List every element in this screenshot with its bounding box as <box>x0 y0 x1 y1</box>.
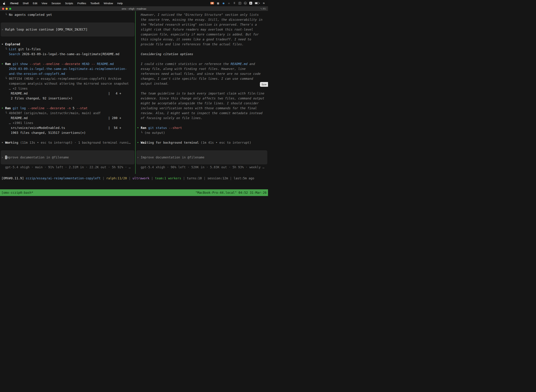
terminal-line: slight risk that future readers may over… <box>136 27 268 32</box>
menu-edit[interactable]: Edit <box>33 2 37 5</box>
text-segment: [OMX#0.11.9] <box>1 177 26 180</box>
blank-line <box>0 56 135 61</box>
screen-recording-indicator[interactable] <box>210 2 214 5</box>
terminal-line: … +2 lines <box>0 86 135 91</box>
window-titlebar[interactable]: omx --xhigh --madmax ⌥⌘1 <box>0 6 268 11</box>
text-segment: Ralph loop active continue [OMX_TMUX_INJ… <box>5 28 88 31</box>
blank-line <box>136 135 268 140</box>
text-segment: and <box>247 62 255 66</box>
text-segment: of focusing solely on file lines. <box>137 116 203 120</box>
text-segment: Wor <box>5 141 11 144</box>
apple-icon[interactable] <box>3 2 6 5</box>
wifi-icon[interactable]: ≋ <box>262 2 265 5</box>
text-segment: evidence. Since this change only affects… <box>137 97 264 100</box>
text-segment <box>146 126 148 130</box>
screen-overlay-tab[interactable]: Scre <box>260 82 268 87</box>
menu-profiles[interactable]: Profiles <box>77 2 86 5</box>
terminal-line: I could cite commit statistics or refere… <box>136 61 268 66</box>
terminal-line: • Ran git log --oneline --decorate -n 5 … <box>0 106 135 111</box>
app-launcher-grid-icon[interactable]: ⠿ <box>233 2 236 5</box>
terminal-pane-right[interactable]: However, I noticed the "Directory Struct… <box>136 11 268 174</box>
text-segment: references need actual files, and since … <box>137 72 261 75</box>
text-segment: -- <box>91 62 97 66</box>
terminal-line: • Working (11m 13s • esc to interrupt) ·… <box>0 140 135 145</box>
text-segment: --short <box>169 126 182 130</box>
blank-line <box>136 86 268 91</box>
prompt-input-line: › Improve documentation in @filename <box>1 155 69 160</box>
text-segment: src/voice/voiceModeEnabled.ts | 54 + <box>1 126 121 130</box>
menu-scripts[interactable]: Scripts <box>65 2 73 5</box>
menu-help[interactable]: Help <box>117 2 123 5</box>
text-segment: provide file and line references from th… <box>137 42 244 46</box>
dark-app-icon[interactable]: ◆ <box>228 2 230 5</box>
text-segment: cczip/essay/ai-reimplementation-copyleft <box>26 177 100 180</box>
minimize-button[interactable] <box>6 8 8 10</box>
text-segment: Wai <box>141 141 146 144</box>
menu-window[interactable]: Window <box>104 2 113 5</box>
blue-app-icon[interactable]: ◉ <box>222 2 225 5</box>
prompt-chevron: › <box>1 156 5 159</box>
menu-iterm2[interactable]: iTerm2 <box>10 2 19 5</box>
window-shortcut-badge: ⌥⌘1 <box>260 7 266 10</box>
traffic-lights <box>2 8 11 10</box>
text-segment: 067f154 (HEAD -> essay/ai-reimplementati… <box>9 77 121 80</box>
text-segment: Explored <box>5 42 20 46</box>
text-segment: • <box>1 42 5 46</box>
zoom-button[interactable] <box>9 8 11 10</box>
terminal-window: └ No agents completed yet› Ralph loop ac… <box>0 11 268 196</box>
window-grid-icon[interactable]: ▦ <box>217 2 220 5</box>
text-segment: • <box>137 141 141 144</box>
terminal-line: companion analysis without altering the … <box>0 81 135 86</box>
terminal-line: and-the-erosion-of-copyleft.md <box>0 71 135 76</box>
text-segment: king <box>11 141 18 144</box>
prompt-input-box[interactable]: › Improve documentation in @filename <box>136 150 267 164</box>
text-segment: • <box>1 62 5 66</box>
blank-line <box>136 121 268 125</box>
terminal-line: output instead. <box>136 81 268 86</box>
text-segment: List <box>9 47 17 51</box>
close-button[interactable] <box>2 8 4 10</box>
text-segment: Ran <box>141 126 146 130</box>
menu-view[interactable]: View <box>42 2 47 5</box>
battery-percent-icon[interactable]: 61 <box>244 2 247 5</box>
text-segment: README.md | 280 + <box>1 116 121 120</box>
terminal-line: README.md | 280 + <box>0 116 135 121</box>
terminal-line: 2026-03-09-is-legal-the-same-as-legitima… <box>0 66 135 71</box>
text-segment: 5 <box>73 107 76 110</box>
terminal-line: the source tree, missing the essay. Stil… <box>136 17 268 22</box>
text-segment: might be acceptable alongside the file l… <box>137 102 259 105</box>
blank-line <box>136 56 268 61</box>
terminal-pane-left[interactable]: └ No agents completed yet› Ralph loop ac… <box>0 11 135 174</box>
model-status-line: gpt-5.4 xhigh · main · 91% left · 2.31M … <box>0 165 135 170</box>
text-segment: changes, I can't cite specific file line… <box>137 77 253 80</box>
text-segment: 4b9d30f (origin/main, instructkr/main, m… <box>9 111 101 115</box>
terminal-line: README.md | 4 + <box>0 91 135 96</box>
text-segment: --stat <box>76 107 88 110</box>
input-source-icon[interactable]: A <box>249 2 252 5</box>
terminal-line: • Waiting for background terminal (1m 41… <box>136 140 268 145</box>
password-key-icon[interactable]: 8 <box>239 2 241 5</box>
text-segment: slight risk that future readers may over… <box>137 28 253 31</box>
text-segment <box>11 62 13 66</box>
menubar-menus: iTerm2ShellEditViewSessionScriptsProfile… <box>3 2 123 5</box>
text-segment: | <box>100 177 106 180</box>
tmux-status-bar: [omx-cczip0:bash* "MacBook-Pro-44.local"… <box>0 189 268 196</box>
text-segment: Ran <box>5 107 11 110</box>
input-text: mprove documentation in @filename <box>7 156 69 159</box>
menu-shell[interactable]: Shell <box>23 2 29 5</box>
terminal-line: 2 files changed, 92 insertions(+) <box>0 96 135 101</box>
menu-toolbelt[interactable]: Toolbelt <box>90 2 100 5</box>
text-segment: team:1 workers <box>155 177 181 180</box>
text-segment: git status <box>148 126 169 130</box>
text-segment: review. Also, I might want to inspect th… <box>137 111 262 115</box>
menu-session[interactable]: Session <box>52 2 61 5</box>
terminal-line: • Explored <box>0 42 135 47</box>
text-segment: 2026-03-09-is-legal-the-same-as-legitima… <box>20 52 120 56</box>
text-segment: README.md <box>230 62 247 66</box>
terminal-line: … +1901 lines <box>0 121 135 125</box>
text-segment: git show <box>13 62 29 66</box>
text-segment <box>11 107 13 110</box>
battery-icon[interactable] <box>255 2 259 4</box>
text-segment: output instead. <box>137 82 169 85</box>
prompt-input-box[interactable]: › Improve documentation in @filename <box>1 150 134 164</box>
